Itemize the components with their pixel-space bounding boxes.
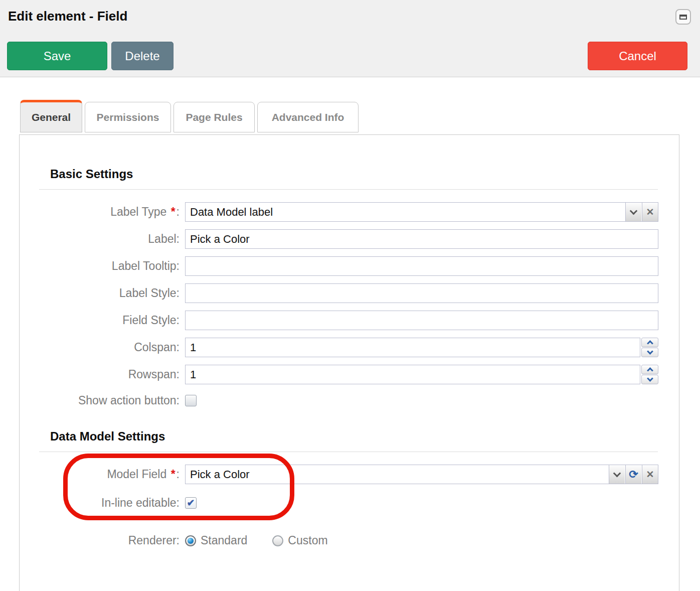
model-field-clear-button[interactable]: ✕ [642, 465, 658, 484]
radio-icon [272, 535, 283, 546]
radio-icon [185, 535, 196, 546]
field-style-label: Field Style: [20, 314, 185, 327]
save-button[interactable]: Save [7, 42, 107, 70]
field-row-colspan: Colspan: [20, 338, 658, 357]
renderer-option-custom[interactable]: Custom [272, 534, 327, 547]
colspan-spin-down-button[interactable] [641, 348, 658, 357]
colspan-spin-up-button[interactable] [641, 338, 658, 347]
clear-icon: ✕ [646, 470, 654, 479]
field-row-label-type: Label Type *: ✕ [20, 202, 658, 222]
model-field-label: Model Field *: [20, 468, 185, 481]
dialog-title: Edit element - Field [8, 9, 127, 24]
chevron-down-icon [613, 469, 621, 477]
label-label: Label: [20, 232, 185, 246]
label-style-label: Label Style: [20, 286, 185, 300]
rowspan-spinner [641, 365, 658, 384]
chevron-up-icon [647, 367, 653, 374]
cancel-button[interactable]: Cancel [588, 42, 687, 70]
field-row-model-field: Model Field *: ⟳ ✕ [20, 465, 658, 484]
section-divider [39, 452, 658, 452]
label-type-dropdown-button[interactable] [625, 203, 641, 221]
tab-page-rules[interactable]: Page Rules [173, 102, 255, 132]
renderer-label: Renderer: [20, 534, 185, 547]
delete-button[interactable]: Delete [111, 42, 173, 70]
inline-editable-label: In-line editable: [20, 496, 185, 510]
renderer-standard-label: Standard [201, 534, 247, 547]
maximize-button[interactable] [675, 9, 691, 25]
chevron-down-icon [647, 348, 653, 355]
field-row-label: Label: [20, 229, 658, 249]
inline-editable-checkbox[interactable]: ✔ [185, 497, 197, 509]
field-row-label-tooltip: Label Tooltip: [20, 256, 658, 276]
field-style-input[interactable] [185, 311, 658, 330]
label-type-clear-button[interactable]: ✕ [642, 203, 658, 221]
model-field-dropdown-button[interactable] [609, 465, 625, 484]
section-title-basic-settings: Basic Settings [50, 167, 679, 181]
chevron-up-icon [647, 340, 653, 347]
renderer-option-standard[interactable]: Standard [185, 534, 247, 547]
label-tooltip-input[interactable] [185, 256, 658, 276]
general-tab-panel: Basic Settings Label Type *: ✕ Label: La… [19, 134, 679, 591]
rowspan-label: Rowspan: [20, 368, 185, 381]
colspan-spinner [641, 338, 658, 357]
label-input[interactable] [185, 229, 658, 249]
label-type-label: Label Type *: [20, 205, 185, 219]
section-divider [39, 189, 658, 190]
model-field-refresh-button[interactable]: ⟳ [625, 465, 641, 484]
field-row-field-style: Field Style: [20, 311, 658, 330]
colspan-label: Colspan: [20, 341, 185, 354]
field-row-label-style: Label Style: [20, 283, 658, 303]
rowspan-spin-up-button[interactable] [641, 365, 658, 374]
renderer-custom-label: Custom [288, 534, 327, 547]
tab-general[interactable]: General [20, 100, 82, 132]
label-style-input[interactable] [185, 283, 658, 303]
field-row-inline-editable: In-line editable: ✔ [20, 496, 658, 510]
field-row-rowspan: Rowspan: [20, 365, 658, 384]
label-type-input[interactable] [186, 203, 625, 221]
required-asterisk: * [170, 468, 177, 481]
model-field-input[interactable] [186, 465, 609, 484]
dialog-header: Edit element - Field Save Delete Cancel [0, 0, 700, 77]
rowspan-input[interactable] [185, 365, 640, 384]
tab-permissions[interactable]: Permissions [85, 102, 171, 132]
clear-icon: ✕ [646, 207, 654, 217]
chevron-down-icon [630, 207, 638, 215]
label-tooltip-label: Label Tooltip: [20, 259, 185, 273]
refresh-icon: ⟳ [629, 469, 638, 480]
colspan-input[interactable] [185, 338, 640, 357]
field-row-renderer: Renderer: Standard Custom [20, 534, 658, 547]
maximize-icon [679, 15, 687, 20]
show-action-button-label: Show action button: [20, 394, 185, 407]
model-field-combobox: ⟳ ✕ [185, 465, 658, 484]
chevron-down-icon [647, 375, 653, 382]
label-type-combobox: ✕ [185, 202, 658, 222]
section-title-data-model-settings: Data Model Settings [50, 429, 679, 444]
show-action-button-checkbox[interactable]: ✔ [185, 395, 197, 406]
rowspan-spin-down-button[interactable] [641, 375, 658, 384]
field-row-show-action-button: Show action button: ✔ [20, 394, 658, 407]
tab-bar: General Permissions Page Rules Advanced … [20, 100, 359, 132]
required-asterisk: * [170, 205, 177, 218]
tab-advanced-info[interactable]: Advanced Info [257, 102, 359, 132]
